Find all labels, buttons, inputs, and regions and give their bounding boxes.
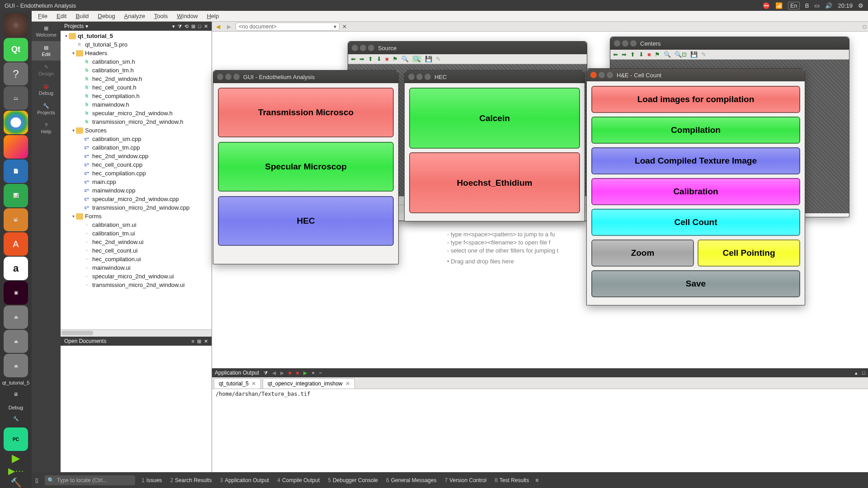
help-icon[interactable]: ? xyxy=(4,62,28,86)
maximize-output-icon[interactable]: □ xyxy=(862,370,865,375)
window-min-icon[interactable] xyxy=(225,74,231,80)
tree-row[interactable]: ▫mainwindow.ui xyxy=(61,263,212,272)
next-output-icon[interactable]: ▶ xyxy=(280,370,284,376)
zoom-fit-icon[interactable]: 🔍 xyxy=(412,56,421,62)
impress-icon[interactable]: 📽 xyxy=(4,208,28,232)
project-tree[interactable]: ▾qt_tutorial_5⎘qt_tutorial_5.pro▾Headers… xyxy=(61,31,212,329)
tree-row[interactable]: ▾Forms xyxy=(61,212,212,221)
tree-row[interactable]: ▫calibration_sm.ui xyxy=(61,221,212,229)
cursor-icon[interactable]: ✎ xyxy=(436,56,441,62)
window-min-icon[interactable] xyxy=(416,74,423,80)
dash-icon[interactable]: ◌ xyxy=(4,14,28,37)
run-play-icon[interactable]: ▶ xyxy=(12,452,20,465)
wifi-icon[interactable]: 📶 xyxy=(775,2,783,9)
window-hec[interactable]: HEC Calcein Hoechst_Ethidium xyxy=(404,70,585,221)
tree-row[interactable]: ⎘qt_tutorial_5.pro xyxy=(61,40,212,49)
tree-row[interactable]: ▫hec_compilation.ui xyxy=(61,255,212,263)
nav-back-icon[interactable]: ◀ xyxy=(214,23,222,30)
window-gui-endothelium[interactable]: GUI - Endothelium Analysis Transmission … xyxy=(213,70,399,264)
tree-row[interactable]: c⁺hec_compilation.cpp xyxy=(61,169,212,178)
tree-row[interactable]: hmainwindow.h xyxy=(61,100,212,109)
bottom-panel-application-output[interactable]: 3Application Output xyxy=(220,477,269,483)
writer-icon[interactable]: 📄 xyxy=(4,160,28,183)
tree-row[interactable]: c⁺specular_micro_2nd_window.cpp xyxy=(61,195,212,203)
specular-microscopy-button[interactable]: Specular Microscop xyxy=(218,142,394,192)
stop-output-icon[interactable]: ■ xyxy=(288,370,292,375)
zoom-fit-icon[interactable]: 🔍⊡ xyxy=(675,51,687,58)
mode-design[interactable]: ✎Design xyxy=(32,61,61,80)
hec-button[interactable]: HEC xyxy=(218,196,394,246)
project-panel-title[interactable]: Projects xyxy=(64,23,84,29)
arrow-left-icon[interactable]: ⬅ xyxy=(613,51,618,58)
tree-row[interactable]: hcalibration_sm.h xyxy=(61,57,212,66)
qtcreator-icon[interactable]: Qt xyxy=(4,38,28,61)
window-he-cell-count[interactable]: H&E - Cell Count Load images for compila… xyxy=(586,68,805,305)
opendocs-menu-icon[interactable]: ≡ xyxy=(192,338,194,344)
kit-selector[interactable]: 🖥 xyxy=(5,386,27,402)
tree-row[interactable]: c⁺main.cpp xyxy=(61,178,212,186)
tree-row[interactable]: c⁺hec_cell_count.cpp xyxy=(61,160,212,169)
language-indicator[interactable]: En xyxy=(788,2,800,9)
flag-icon[interactable]: ⚑ xyxy=(392,56,398,62)
save-button[interactable]: Save xyxy=(591,270,800,297)
opendocs-add-icon[interactable]: ⊞ xyxy=(197,338,201,344)
compilation-button[interactable]: Compilation xyxy=(591,117,800,144)
window-close-icon[interactable] xyxy=(590,72,597,78)
mode-welcome[interactable]: ▦Welcome xyxy=(32,22,61,41)
build-hammer-icon[interactable]: 🔨 xyxy=(10,477,22,488)
menu-build[interactable]: Build xyxy=(72,12,92,20)
tree-row[interactable]: c⁺hec_2nd_window.cpp xyxy=(61,152,212,160)
window-max-icon[interactable] xyxy=(233,74,240,80)
tree-row[interactable]: c⁺calibration_tm.cpp xyxy=(61,143,212,152)
sidebar-toggle-icon[interactable]: ▯ xyxy=(35,477,38,483)
output-text[interactable]: /home/darshan/Texture_bas.tif xyxy=(212,389,868,472)
add-icon[interactable]: ⊞ xyxy=(191,23,195,29)
menu-debug[interactable]: Debug xyxy=(94,12,118,20)
menu-file[interactable]: File xyxy=(34,12,51,20)
run-debug-icon[interactable]: ▶⋯ xyxy=(8,465,24,476)
terminal-icon[interactable]: ▣ xyxy=(4,281,28,305)
cursor-icon[interactable]: ✎ xyxy=(701,51,706,58)
arrow-down-icon[interactable]: ⬇ xyxy=(639,51,644,58)
battery-icon[interactable]: ▭ xyxy=(814,2,820,9)
flag-icon[interactable]: ⚑ xyxy=(655,51,660,58)
nav-fwd-icon[interactable]: ▶ xyxy=(225,23,233,30)
transmission-microscopy-button[interactable]: Transmission Microsco xyxy=(218,88,394,137)
window-min-icon[interactable] xyxy=(599,72,605,78)
window-max-icon[interactable] xyxy=(368,45,374,51)
close-doc-icon[interactable]: ✕ xyxy=(342,23,347,30)
zoom-button[interactable]: Zoom xyxy=(591,239,694,267)
software-center-icon[interactable]: A xyxy=(4,232,28,256)
menu-tools[interactable]: Tools xyxy=(151,12,171,20)
close-panel-icon[interactable]: ✕ xyxy=(204,23,208,29)
tree-row[interactable]: ▾Sources xyxy=(61,126,212,135)
tree-row[interactable]: htransmission_micro_2nd_window.h xyxy=(61,117,212,126)
stop-icon[interactable]: ■ xyxy=(385,56,389,62)
arrow-down-icon[interactable]: ⬇ xyxy=(377,56,382,62)
locator-input[interactable]: 🔍 Type to locate (Ctrl... xyxy=(45,475,135,485)
save-icon[interactable]: 💾 xyxy=(690,51,698,58)
tree-row[interactable]: c⁺transmission_micro_2nd_window.cpp xyxy=(61,203,212,212)
disk-icon-1[interactable]: ⏏ xyxy=(4,305,28,329)
titlebar[interactable]: Centers xyxy=(610,37,849,50)
stop2-output-icon[interactable]: ■ xyxy=(296,370,299,375)
tree-row[interactable]: ▾qt_tutorial_5 xyxy=(61,32,212,40)
tree-row[interactable]: c⁺calibration_sm.cpp xyxy=(61,135,212,143)
menu-window[interactable]: Window xyxy=(173,12,201,20)
filter-funnel-icon[interactable]: ⧩ xyxy=(178,23,182,29)
load-compiled-texture-button[interactable]: Load Compiled Texture Image xyxy=(591,147,800,174)
rerun-icon[interactable]: ▶ xyxy=(303,370,307,376)
mode-help[interactable]: ?Help xyxy=(32,119,61,138)
cell-pointing-button[interactable]: Cell Pointing xyxy=(698,239,800,267)
link-icon[interactable]: ⟲ xyxy=(184,23,189,29)
titlebar[interactable]: H&E - Cell Count xyxy=(587,69,805,81)
bottom-panel-general-messages[interactable]: 6General Messages xyxy=(386,477,436,483)
bottom-panel-test-results[interactable]: 8Test Results xyxy=(495,477,529,483)
tree-row[interactable]: ▫hec_2nd_window.ui xyxy=(61,238,212,246)
files-icon[interactable]: 🗂 xyxy=(4,86,28,110)
window-close-icon[interactable] xyxy=(408,74,415,80)
plus-output-icon[interactable]: + xyxy=(311,370,314,375)
no-entry-icon[interactable]: ⛔ xyxy=(763,2,770,9)
load-images-button[interactable]: Load images for compilation xyxy=(591,86,800,113)
volume-icon[interactable]: 🔊 xyxy=(825,2,832,9)
